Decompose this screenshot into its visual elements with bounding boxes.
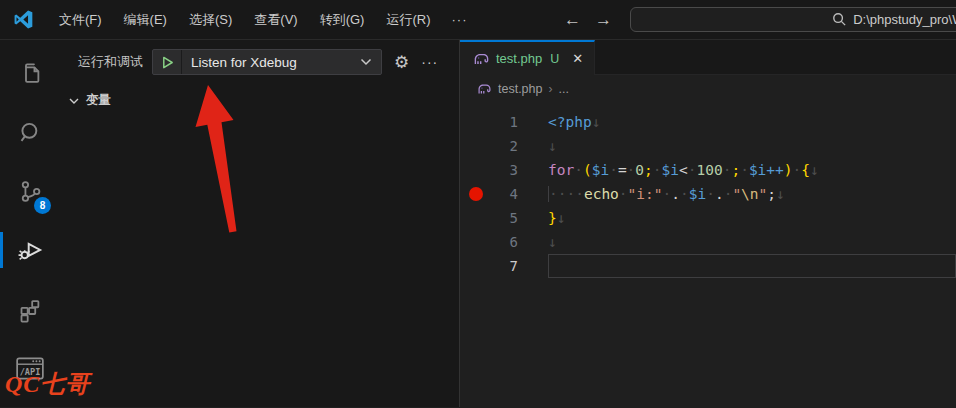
- line-number: 5: [460, 206, 518, 230]
- launch-config-dropdown[interactable]: Listen for Xdebug: [152, 49, 382, 75]
- menu-goto[interactable]: 转到(G): [309, 7, 376, 33]
- current-line[interactable]: [548, 254, 956, 278]
- activity-search[interactable]: [0, 106, 60, 158]
- line-content[interactable]: ····echo·"i:"·.·$i·.·"\n";↓: [548, 182, 956, 206]
- activity-source-control[interactable]: 8: [0, 165, 60, 217]
- token-ws: ·: [793, 162, 802, 178]
- code-line[interactable]: 4····echo·"i:"·.·$i·.·"\n";↓: [460, 182, 956, 206]
- token-op: .: [715, 186, 724, 202]
- token-wsg: ····: [548, 186, 584, 202]
- sidebar-title: 运行和调试: [78, 53, 143, 71]
- line-content[interactable]: ↓: [548, 230, 956, 254]
- token-str: "i:": [628, 186, 663, 202]
- git-status-badge: U: [550, 52, 559, 66]
- token-ws: ·: [663, 186, 672, 202]
- activity-run-and-debug[interactable]: [0, 224, 60, 276]
- token-ws: ↓: [548, 234, 557, 250]
- gutter[interactable]: 3: [460, 158, 548, 182]
- variables-section-title: 变量: [86, 92, 111, 109]
- php-file-icon: [473, 52, 490, 66]
- breadcrumb: test.php › ...: [460, 75, 956, 102]
- menu-view[interactable]: 查看(V): [243, 7, 308, 33]
- command-center-search[interactable]: D:\phpstudy_pro\WWW: [630, 7, 956, 32]
- code-line[interactable]: 1<?php↓: [460, 110, 956, 134]
- token-br: }: [548, 210, 557, 226]
- menu-file[interactable]: 文件(F): [48, 7, 113, 33]
- forward-icon[interactable]: →: [595, 11, 612, 28]
- line-content[interactable]: ↓: [548, 134, 956, 158]
- editor-group: test.php U ✕ test.php › ... 1<?php↓2↓3fo…: [460, 40, 956, 407]
- line-number: 6: [460, 230, 518, 254]
- token-num: 0: [635, 162, 644, 178]
- title-bar: 文件(F) 编辑(E) 选择(S) 查看(V) 转到(G) 运行(R) ··· …: [0, 0, 956, 40]
- gutter[interactable]: 4: [460, 182, 548, 206]
- activity-explorer[interactable]: [0, 47, 60, 99]
- token-op: .: [671, 186, 680, 202]
- variables-section-header[interactable]: 变量: [60, 78, 459, 109]
- code-line[interactable]: 7: [460, 254, 956, 278]
- play-icon: [161, 56, 174, 69]
- gutter[interactable]: 5: [460, 206, 548, 230]
- line-content[interactable]: }↓: [548, 206, 956, 230]
- menu-selection[interactable]: 选择(S): [178, 7, 243, 33]
- activity-extensions[interactable]: [0, 283, 60, 335]
- back-icon[interactable]: ←: [564, 11, 581, 28]
- token-kw: for: [548, 162, 574, 178]
- debug-more-actions-icon[interactable]: ···: [421, 54, 438, 70]
- history-nav: ← →: [564, 11, 612, 28]
- code-lines[interactable]: 1<?php↓2↓3for·($i·=·0;·$i<·100·;·$i++)·{…: [460, 102, 956, 407]
- gutter[interactable]: 1: [460, 110, 548, 134]
- close-icon[interactable]: ✕: [572, 51, 583, 66]
- code-line[interactable]: 3for·($i·=·0;·$i<·100·;·$i++)·{↓: [460, 158, 956, 182]
- token-ws: ↓: [557, 210, 566, 226]
- line-number: 3: [460, 158, 518, 182]
- launch-config-label: Listen for Xdebug: [182, 55, 351, 70]
- chevron-down-icon: [351, 58, 381, 66]
- menu-run[interactable]: 运行(R): [375, 7, 441, 33]
- start-debug-button[interactable]: [153, 50, 182, 74]
- tab-bar: test.php U ✕: [460, 40, 956, 75]
- gutter[interactable]: 7: [460, 254, 548, 278]
- gutter[interactable]: 6: [460, 230, 548, 254]
- code-line[interactable]: 6↓: [460, 230, 956, 254]
- code-line[interactable]: 2↓: [460, 134, 956, 158]
- token-str: ": [732, 186, 741, 202]
- token-br: {: [801, 162, 810, 178]
- gutter[interactable]: 2: [460, 134, 548, 158]
- token-var: $i: [662, 162, 679, 178]
- php-file-icon: [477, 83, 492, 95]
- vscode-logo-icon: [13, 9, 34, 30]
- vscode-window: 文件(F) 编辑(E) 选择(S) 查看(V) 转到(G) 运行(R) ··· …: [0, 0, 956, 408]
- token-tag: <?php: [548, 114, 592, 130]
- token-ws: ·: [706, 186, 715, 202]
- line-number: 2: [460, 134, 518, 158]
- menu-more-icon[interactable]: ···: [441, 8, 477, 31]
- breadcrumb-file[interactable]: test.php: [498, 82, 542, 96]
- line-content[interactable]: for·($i·=·0;·$i<·100·;·$i++)·{↓: [548, 158, 956, 182]
- token-ws: ·: [574, 162, 583, 178]
- tab-test-php[interactable]: test.php U ✕: [460, 40, 595, 75]
- line-content[interactable]: <?php↓: [548, 110, 956, 134]
- code-line[interactable]: 5}↓: [460, 206, 956, 230]
- token-br: ): [784, 162, 793, 178]
- run-debug-sidebar: 运行和调试 Listen for Xdebug ⚙ ···: [60, 40, 460, 407]
- token-op: =: [618, 162, 627, 178]
- search-icon: [17, 119, 44, 146]
- breadcrumb-separator-icon: ›: [548, 82, 552, 96]
- breadcrumb-symbol[interactable]: ...: [558, 82, 568, 96]
- token-ws: ↓: [810, 162, 819, 178]
- debug-settings-gear-icon[interactable]: ⚙: [394, 54, 409, 71]
- token-esc: \n: [741, 186, 758, 202]
- token-ws: ·: [680, 186, 689, 202]
- token-ws: ↓: [592, 114, 601, 130]
- menu-edit[interactable]: 编辑(E): [113, 7, 178, 33]
- activity-bar: 8: [0, 40, 60, 407]
- token-fn: echo: [584, 186, 619, 202]
- debug-toolbar: 运行和调试 Listen for Xdebug ⚙ ···: [60, 40, 459, 78]
- line-number: 7: [460, 254, 518, 278]
- watermark: QC七哥: [5, 368, 90, 400]
- token-var: $i: [689, 186, 706, 202]
- workspace-path: D:\phpstudy_pro\WWW: [853, 12, 956, 27]
- token-ws: ↓: [548, 138, 557, 154]
- token-var: $i: [592, 162, 609, 178]
